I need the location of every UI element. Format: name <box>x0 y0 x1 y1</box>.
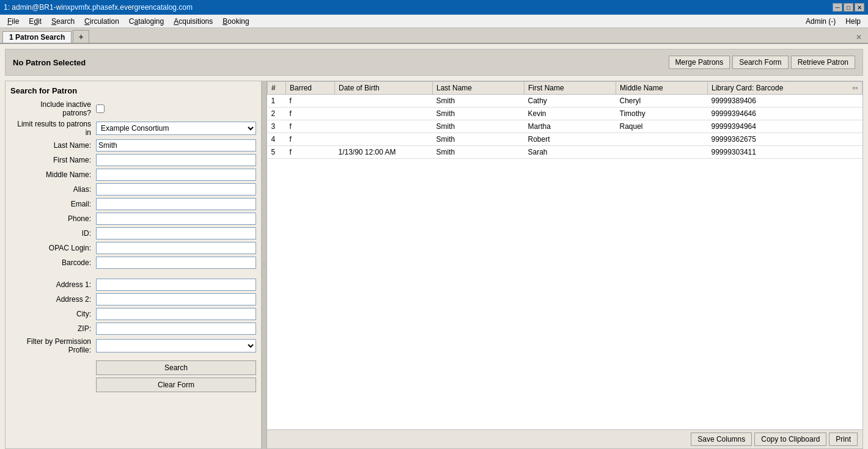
menu-edit[interactable]: Edit <box>24 16 46 27</box>
table-row[interactable]: 2 f Smith Kevin Timothy 99999394646 <box>268 108 862 120</box>
search-button[interactable]: Search <box>96 360 256 375</box>
table-row[interactable]: 3 f Smith Martha Raquel 99999394964 <box>268 120 862 133</box>
results-panel: # Barred Date of Birth Last Name First N… <box>267 81 863 449</box>
last-name-input[interactable] <box>96 139 256 151</box>
tab-close-button[interactable]: ✕ <box>852 32 866 43</box>
tab-patron-search[interactable]: 1 Patron Search <box>2 31 72 43</box>
cell-dob <box>335 95 433 108</box>
id-input[interactable] <box>96 227 256 239</box>
last-name-label: Last Name: <box>10 141 96 150</box>
admin-menu[interactable]: Admin (-) <box>801 16 840 27</box>
cell-num: 4 <box>268 133 286 146</box>
address1-label: Address 1: <box>10 280 96 289</box>
col-header-num[interactable]: # <box>268 82 286 95</box>
form-buttons: Search Clear Form <box>10 360 256 392</box>
minimize-button[interactable]: ─ <box>833 3 842 12</box>
tab-bar: 1 Patron Search + ✕ <box>0 28 868 44</box>
opac-login-input[interactable] <box>96 242 256 254</box>
id-label: ID: <box>10 229 96 238</box>
col-header-barred[interactable]: Barred <box>286 82 335 95</box>
cell-barcode: 99999394646 <box>708 108 862 120</box>
retrieve-patron-button[interactable]: Retrieve Patron <box>791 56 855 69</box>
limit-results-row: Limit results to patrons in Example Cons… <box>10 120 256 137</box>
cell-dob <box>335 133 433 146</box>
results-table: # Barred Date of Birth Last Name First N… <box>267 81 862 159</box>
col-header-barcode[interactable]: Library Card: Barcode ⇔ <box>708 82 862 95</box>
menu-cataloging[interactable]: Cataloging <box>124 16 169 27</box>
close-button[interactable]: ✕ <box>855 3 864 12</box>
first-name-input[interactable] <box>96 154 256 166</box>
results-footer: Save Columns Copy to Clipboard Print <box>267 429 862 448</box>
alias-input[interactable] <box>96 183 256 195</box>
cell-dob <box>335 108 433 120</box>
middle-name-input[interactable] <box>96 169 256 181</box>
title-bar: 1: admin@BR1-winxpvmfx.phasefx.evergreen… <box>0 0 868 15</box>
cell-lastname: Smith <box>433 146 524 159</box>
address2-input[interactable] <box>96 293 256 305</box>
opac-login-row: OPAC Login: <box>10 242 256 254</box>
menu-circulation[interactable]: Circulation <box>79 16 124 27</box>
address1-row: Address 1: <box>10 279 256 291</box>
alias-label: Alias: <box>10 185 96 194</box>
cell-middlename <box>616 133 708 146</box>
tab-add-button[interactable]: + <box>73 30 89 43</box>
zip-input[interactable] <box>96 323 256 335</box>
menu-booking[interactable]: Booking <box>218 16 254 27</box>
merge-patrons-button[interactable]: Merge Patrons <box>669 56 730 69</box>
address1-input[interactable] <box>96 279 256 291</box>
id-row: ID: <box>10 227 256 239</box>
maximize-button[interactable]: □ <box>844 3 853 12</box>
include-inactive-checkbox[interactable] <box>96 104 105 113</box>
search-form-button[interactable]: Search Form <box>732 56 788 69</box>
cell-firstname: Sarah <box>524 146 616 159</box>
print-button[interactable]: Print <box>829 433 858 446</box>
include-inactive-row: Include inactive patrons? <box>10 100 256 117</box>
results-table-container[interactable]: # Barred Date of Birth Last Name First N… <box>267 81 862 429</box>
menu-file[interactable]: File <box>2 16 24 27</box>
panel-divider[interactable]: ⋮ <box>262 81 267 449</box>
limit-results-label: Limit results to patrons in <box>10 120 96 137</box>
col-header-middlename[interactable]: Middle Name <box>616 82 708 95</box>
city-row: City: <box>10 308 256 320</box>
barcode-row: Barcode: <box>10 257 256 269</box>
barcode-input[interactable] <box>96 257 256 269</box>
cell-middlename: Cheryl <box>616 95 708 108</box>
menu-search[interactable]: Search <box>46 16 79 27</box>
filter-perm-label: Filter by Permission Profile: <box>10 337 96 354</box>
phone-row: Phone: <box>10 213 256 225</box>
clear-form-button[interactable]: Clear Form <box>96 378 256 392</box>
city-label: City: <box>10 310 96 318</box>
cell-barred: f <box>286 120 335 133</box>
filter-perm-select[interactable] <box>96 339 256 352</box>
copy-to-clipboard-button[interactable]: Copy to Clipboard <box>754 433 826 446</box>
table-row[interactable]: 5 f 1/13/90 12:00 AM Smith Sarah 9999930… <box>268 146 862 159</box>
search-panel: Search for Patron Include inactive patro… <box>5 81 262 449</box>
cell-lastname: Smith <box>433 120 524 133</box>
city-input[interactable] <box>96 308 256 320</box>
cell-firstname: Robert <box>524 133 616 146</box>
email-row: Email: <box>10 198 256 210</box>
save-columns-button[interactable]: Save Columns <box>691 433 752 446</box>
top-bar-buttons: Merge Patrons Search Form Retrieve Patro… <box>669 56 855 69</box>
email-input[interactable] <box>96 198 256 210</box>
filter-perm-row: Filter by Permission Profile: <box>10 337 256 354</box>
include-inactive-label: Include inactive patrons? <box>10 100 96 117</box>
table-row[interactable]: 4 f Smith Robert 99999362675 <box>268 133 862 146</box>
col-header-dob[interactable]: Date of Birth <box>335 82 433 95</box>
middle-name-row: Middle Name: <box>10 169 256 181</box>
first-name-row: First Name: <box>10 154 256 166</box>
cell-barred: f <box>286 133 335 146</box>
cell-barcode: 99999303411 <box>708 146 862 159</box>
cell-dob <box>335 120 433 133</box>
col-header-lastname[interactable]: Last Name <box>433 82 524 95</box>
cell-lastname: Smith <box>433 133 524 146</box>
table-row[interactable]: 1 f Smith Cathy Cheryl 99999389406 <box>268 95 862 108</box>
cell-firstname: Martha <box>524 120 616 133</box>
menu-acquisitions[interactable]: Acquisitions <box>169 16 218 27</box>
help-menu[interactable]: Help <box>840 16 866 27</box>
opac-login-label: OPAC Login: <box>10 244 96 252</box>
col-header-firstname[interactable]: First Name <box>524 82 616 95</box>
limit-results-select[interactable]: Example Consortium <box>96 122 256 135</box>
phone-input[interactable] <box>96 213 256 225</box>
middle-name-label: Middle Name: <box>10 170 96 179</box>
